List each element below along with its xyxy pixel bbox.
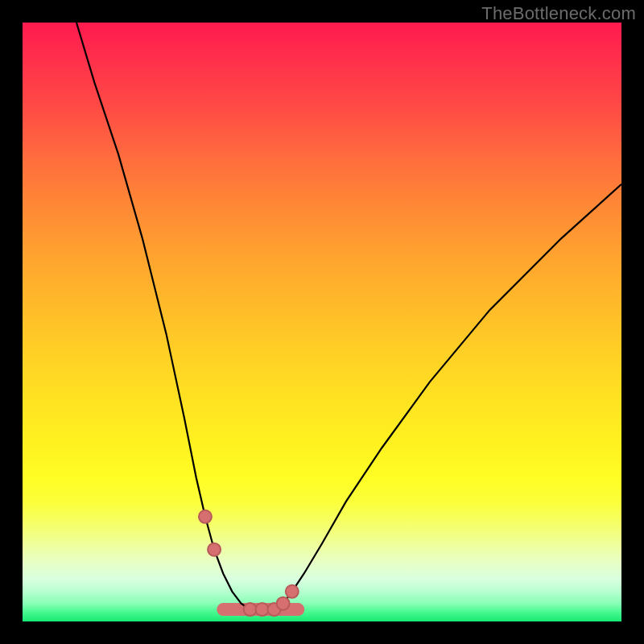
curve-right-branch (274, 184, 621, 609)
watermark-text: TheBottleneck.com (481, 3, 636, 24)
marker-dot (199, 510, 212, 523)
chart-frame: TheBottleneck.com (0, 0, 644, 644)
marker-dot (256, 603, 269, 616)
marker-dot (208, 543, 221, 556)
curve-left-branch (76, 23, 250, 609)
chart-svg (23, 23, 621, 621)
marker-dot (286, 585, 299, 598)
marker-group (199, 510, 299, 616)
marker-dot (277, 597, 290, 610)
marker-dot (244, 603, 257, 616)
plot-area (23, 23, 621, 621)
